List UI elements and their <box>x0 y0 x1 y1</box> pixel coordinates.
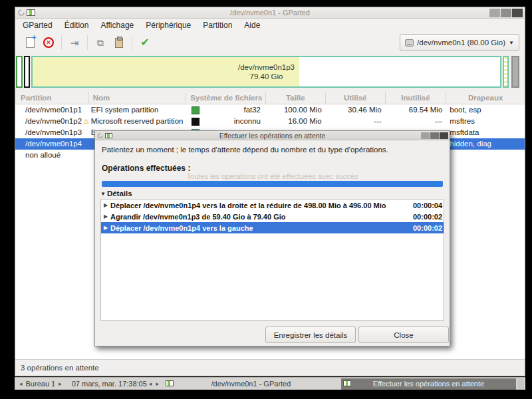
details-expander[interactable]: ▼ Détails <box>100 190 132 198</box>
partition-used: --- <box>326 116 386 127</box>
toolbar-separator <box>61 35 62 50</box>
delete-partition-button[interactable]: ✕ <box>39 34 58 51</box>
visual-partition-nvme0n1p3[interactable]: /dev/nvme0n1p3 79.40 Gio <box>31 56 501 88</box>
visual-partition-label: /dev/nvme0n1p3 <box>238 63 295 72</box>
fs-type: fat32 <box>243 104 266 116</box>
operation-text: Agrandir /dev/nvme0n1p3 de 59.40 Gio à 7… <box>110 213 413 221</box>
save-details-button[interactable]: Enregistrer les détails <box>265 327 356 343</box>
apply-button[interactable]: ✔ <box>136 34 154 51</box>
dialog-button-row: Enregistrer les détails Close <box>95 327 450 344</box>
taskbar-item-apply-operations[interactable]: Effectuer les opérations en attente <box>341 378 516 390</box>
resize-move-button[interactable]: ⇥ <box>65 34 84 51</box>
partition-size: 100.00 Mio <box>266 104 326 116</box>
device-selector-dropdown[interactable]: /dev/nvme0n1 (80.00 Gio) ▼ <box>400 34 519 51</box>
partition-flags: msftdata <box>446 127 525 138</box>
visual-partition-unallocated[interactable] <box>511 56 519 88</box>
partition-path: /dev/nvme0n1p2 <box>25 116 82 127</box>
operation-time: 00:00:02 <box>413 213 444 221</box>
operation-text: Déplacer /dev/nvme0n1p4 vers la gauche <box>110 224 413 232</box>
screen-background: /dev/nvme0n1 - GParted GParted Édition A… <box>0 0 532 399</box>
dialog-maximize-button[interactable] <box>430 132 439 139</box>
chevron-right-icon[interactable]: ▶ <box>101 225 110 231</box>
partition-size: 16.00 Mio <box>266 116 326 127</box>
resize-move-icon: ⇥ <box>70 38 79 48</box>
fs-color-swatch <box>192 106 200 114</box>
dialog-minimize-button[interactable] <box>421 132 430 139</box>
table-row-nvme0n1p2[interactable]: /dev/nvme0n1p2⚠ Microsoft reserved parti… <box>15 116 525 127</box>
chevron-right-icon[interactable]: ▶ <box>101 213 110 219</box>
operation-row[interactable]: ▶ Déplacer /dev/nvme0n1p4 vers la droite… <box>101 200 444 211</box>
clock-prev-icon[interactable]: ◂ <box>147 380 154 387</box>
chevron-right-icon[interactable]: ▶ <box>101 202 110 208</box>
partition-path: /dev/nvme0n1p4 <box>25 138 82 150</box>
visual-partition-nvme0n1p1[interactable] <box>16 56 23 88</box>
new-partition-icon <box>26 37 35 48</box>
paste-icon <box>115 38 123 48</box>
copy-button[interactable]: ⧉ <box>91 34 110 51</box>
dialog-titlebar[interactable]: Effectuer les opérations en attente <box>95 131 450 140</box>
operation-row-selected[interactable]: ▶ Déplacer /dev/nvme0n1p4 vers la gauche… <box>101 222 444 233</box>
paste-button[interactable] <box>110 34 128 51</box>
partition-unused: --- <box>386 116 447 127</box>
header-taille[interactable]: Taille <box>266 92 326 104</box>
window-title: /dev/nvme0n1 - GParted <box>15 9 525 17</box>
operation-time: 00:00:04 <box>413 201 444 209</box>
close-button[interactable] <box>512 9 523 17</box>
operation-row[interactable]: ▶ Agrandir /dev/nvme0n1p3 de 59.40 Gio à… <box>101 211 444 222</box>
new-partition-button[interactable] <box>21 34 39 51</box>
dialog-titlebar-icons <box>98 133 112 138</box>
menu-gparted[interactable]: GParted <box>17 19 59 33</box>
fs-type: inconnu <box>234 116 266 127</box>
header-nom[interactable]: Nom <box>89 92 187 104</box>
warning-icon: ⚠ <box>83 118 89 125</box>
menu-aide[interactable]: Aide <box>238 19 266 33</box>
dialog-window-controls <box>421 132 448 139</box>
toolbar-separator <box>132 35 132 50</box>
workspace-label[interactable]: Bureau 1 <box>25 380 57 388</box>
menu-edition[interactable]: Édition <box>59 19 95 33</box>
toolbar-separator <box>87 35 88 50</box>
dialog-title: Effectuer les opérations en attente <box>95 132 450 140</box>
minimize-button[interactable] <box>489 9 500 17</box>
delete-icon: ✕ <box>43 37 54 48</box>
partition-path: non alloué <box>25 150 61 161</box>
partition-path: /dev/nvme0n1p3 <box>25 127 82 138</box>
dialog-close-button[interactable] <box>440 132 448 139</box>
operations-completed-label: Opérations effectuées : <box>102 164 190 173</box>
header-utilise[interactable]: Utilisé <box>326 92 386 104</box>
header-inutilise[interactable]: Inutilisé <box>386 92 447 104</box>
header-systeme-fichiers[interactable]: Système de fichiers <box>186 92 266 104</box>
partition-unused: 69.54 Mio <box>386 104 447 116</box>
menu-peripherique[interactable]: Périphérique <box>140 19 197 33</box>
header-partition[interactable]: Partition <box>15 92 89 104</box>
titlebar-icons <box>18 9 35 16</box>
partition-name: Microsoft reserved partition <box>89 116 187 127</box>
chevron-down-icon: ▼ <box>509 40 514 46</box>
clock-next-icon[interactable]: ▸ <box>154 380 161 387</box>
close-dialog-button[interactable]: Close <box>358 327 449 343</box>
visual-partition-nvme0n1p2[interactable] <box>24 56 30 88</box>
visual-partition-size: 79.40 Gio <box>250 72 283 81</box>
menu-partition[interactable]: Partition <box>197 19 238 33</box>
taskbar-handle[interactable] <box>517 378 524 390</box>
maximize-button[interactable] <box>501 9 511 17</box>
debian-swirl-icon <box>18 9 25 16</box>
operation-text: Déplacer /dev/nvme0n1p4 vers la droite e… <box>110 201 413 209</box>
header-drapeaux[interactable]: Drapeaux <box>446 92 525 104</box>
partition-flags: hidden, diag <box>446 138 525 150</box>
workspace-prev-icon[interactable]: ◂ <box>17 380 25 387</box>
taskbar-item-gparted[interactable]: /dev/nvme0n1 - GParted <box>164 378 338 390</box>
workspace-next-icon[interactable]: ▸ <box>57 380 64 387</box>
progress-bar <box>102 181 443 187</box>
partition-name: EFI system partition <box>89 104 187 116</box>
details-label: Détails <box>107 190 132 198</box>
toolbar: ✕ ⇥ ⧉ ✔ /dev/nvme0n1 (80.00 Gio) ▼ <box>15 33 525 53</box>
visual-partition-nvme0n1p4[interactable] <box>503 56 509 88</box>
table-header: Partition Nom Système de fichiers Taille… <box>15 92 525 104</box>
apply-check-icon: ✔ <box>140 37 149 48</box>
drive-icon <box>405 39 414 47</box>
menu-affichage[interactable]: Affichage <box>94 19 140 33</box>
table-row-nvme0n1p1[interactable]: /dev/nvme0n1p1 EFI system partition fat3… <box>15 104 525 116</box>
window-titlebar[interactable]: /dev/nvme0n1 - GParted <box>15 7 525 19</box>
status-bar: 3 opérations en attente <box>15 359 525 376</box>
